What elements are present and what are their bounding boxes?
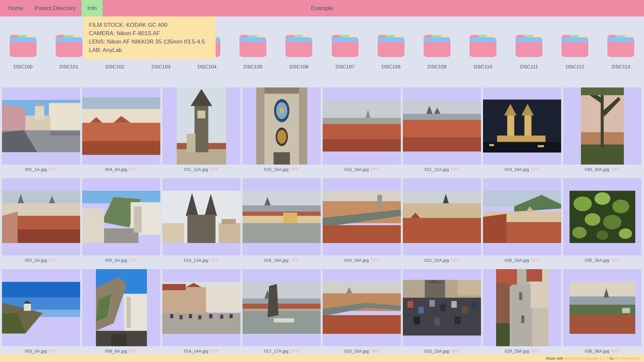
nav-item-info[interactable]: Info [82, 0, 102, 16]
tiff-link[interactable]: TIFF [48, 167, 57, 172]
tiff-link[interactable]: TIFF [370, 258, 379, 263]
gallery-cell[interactable] [563, 178, 641, 255]
builder-link[interactable]: StaticGalleryBuilder 2.2.3 [565, 356, 608, 360]
tiff-link[interactable]: TIFF [450, 258, 459, 263]
nav-item-parent-directory[interactable]: Parent Directory [29, 0, 82, 16]
tiff-link[interactable]: TIFF [530, 349, 539, 354]
gallery-caption: 004_4A.jpgTIFF [82, 165, 160, 173]
folder-link[interactable]: DSC105 [230, 35, 276, 69]
gallery-cell[interactable] [2, 178, 80, 255]
tiff-link[interactable]: TIFF [610, 349, 620, 354]
gallery-cell[interactable] [323, 87, 401, 165]
photo-thumbnail[interactable] [581, 87, 624, 165]
gallery-cell[interactable] [2, 87, 80, 165]
tiff-link[interactable]: TIFF [210, 349, 219, 354]
tiff-link[interactable]: TIFF [530, 258, 539, 263]
gallery-cell[interactable] [563, 269, 641, 346]
gallery-cell[interactable] [403, 269, 481, 346]
gallery-cell[interactable] [243, 87, 321, 165]
tiff-link[interactable]: TIFF [290, 258, 299, 263]
tiff-link[interactable]: TIFF [530, 167, 539, 172]
folder-link[interactable]: DSC100 [0, 35, 46, 69]
photo-thumbnail[interactable] [2, 282, 80, 334]
photo-thumbnail[interactable] [82, 191, 160, 243]
photo-thumbnail[interactable] [403, 191, 481, 243]
gallery-cell[interactable] [323, 269, 401, 346]
photo-thumbnail[interactable] [483, 100, 561, 153]
folder-link[interactable]: DSC107 [322, 35, 368, 69]
gallery-caption: 011_11A.jpgTIFF [162, 165, 240, 173]
photo-thumbnail[interactable] [570, 282, 635, 334]
filename-label: 024_24A.jpg [504, 167, 529, 172]
photo-thumbnail[interactable] [162, 191, 240, 243]
photo-thumbnail[interactable] [570, 191, 635, 243]
gallery-caption: 029_29A.jpgTIFF [483, 346, 561, 355]
gallery-cell[interactable] [162, 269, 240, 346]
filename-label: 036_36A.jpg [585, 349, 609, 354]
info-line: LENS: Nikon AF NIKKOR 35-135mm f/3.5-4.5 [89, 38, 210, 46]
gallery-cell[interactable] [483, 87, 561, 165]
author-link[interactable]: Flo Greistorfer. [615, 356, 641, 360]
photo-thumbnail[interactable] [323, 191, 401, 243]
photo-thumbnail[interactable] [403, 101, 481, 152]
tiff-link[interactable]: TIFF [610, 258, 620, 263]
tiff-link[interactable]: TIFF [290, 349, 299, 354]
tiff-link[interactable]: TIFF [128, 167, 138, 172]
gallery-cell[interactable] [162, 87, 240, 165]
folder-link[interactable]: DSC109 [414, 35, 460, 69]
tiff-link[interactable]: TIFF [210, 258, 219, 263]
gallery-cell[interactable] [483, 269, 561, 346]
tiff-link[interactable]: TIFF [48, 349, 57, 354]
photo-thumbnail[interactable] [96, 269, 147, 346]
tiff-link[interactable]: TIFF [209, 167, 218, 172]
tiff-link[interactable]: TIFF [450, 349, 459, 354]
folder-link[interactable]: DSC112 [552, 35, 598, 69]
gallery-cell[interactable] [483, 178, 561, 255]
gallery-item: 021_21A.jpgTIFF [403, 87, 481, 173]
gallery-cell[interactable] [82, 269, 160, 346]
photo-thumbnail[interactable] [243, 191, 321, 243]
tiff-link[interactable]: TIFF [48, 258, 57, 263]
photo-thumbnail[interactable] [2, 100, 80, 152]
gallery-cell[interactable] [403, 178, 481, 255]
gallery-cell[interactable] [162, 178, 240, 255]
photo-thumbnail[interactable] [496, 269, 548, 346]
gallery-cell[interactable] [82, 87, 160, 165]
photo-thumbnail[interactable] [323, 282, 401, 334]
tiff-link[interactable]: TIFF [128, 258, 138, 263]
folder-label: DSC107 [335, 64, 355, 69]
folder-link[interactable]: DSC108 [368, 35, 414, 69]
gallery-cell[interactable] [243, 178, 321, 255]
filename-label: 015_15A.jpg [264, 167, 288, 172]
nav-item-home[interactable]: Home [2, 0, 29, 16]
filename-label: 022_22A.jpg [424, 258, 449, 263]
photo-thumbnail[interactable] [323, 101, 401, 152]
gallery-cell[interactable] [243, 269, 321, 346]
folder-link[interactable]: DSC111 [506, 35, 552, 69]
folder-link[interactable]: DSC106 [276, 35, 322, 69]
gallery-cell[interactable] [563, 87, 641, 165]
tiff-link[interactable]: TIFF [128, 349, 138, 354]
photo-thumbnail[interactable] [256, 87, 307, 165]
top-nav: Home Parent Directory Info Example [0, 0, 644, 16]
gallery-cell[interactable] [323, 178, 401, 255]
filename-label: 002_2A.jpg [25, 258, 47, 263]
tiff-link[interactable]: TIFF [370, 167, 379, 172]
gallery-item: 005_5A.jpgTIFF [82, 178, 160, 264]
tiff-link[interactable]: TIFF [290, 167, 299, 172]
gallery-cell[interactable] [2, 269, 80, 346]
photo-thumbnail[interactable] [82, 98, 160, 155]
tiff-link[interactable]: TIFF [610, 167, 620, 172]
gallery-cell[interactable] [82, 178, 160, 255]
tiff-link[interactable]: TIFF [370, 349, 379, 354]
folder-link[interactable]: DSC113 [598, 35, 644, 69]
folder-link[interactable]: DSC110 [460, 35, 506, 69]
photo-thumbnail[interactable] [243, 282, 321, 334]
gallery-cell[interactable] [403, 87, 481, 165]
photo-thumbnail[interactable] [2, 191, 80, 243]
photo-thumbnail[interactable] [483, 191, 561, 243]
tiff-link[interactable]: TIFF [450, 167, 459, 172]
photo-thumbnail[interactable] [403, 280, 481, 336]
photo-thumbnail[interactable] [162, 282, 240, 334]
photo-thumbnail[interactable] [177, 87, 226, 165]
